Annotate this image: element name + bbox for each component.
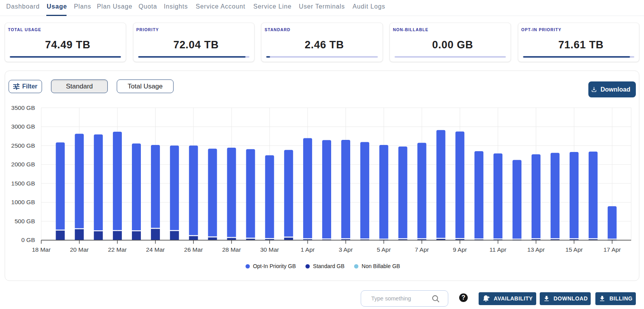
svg-text:3 Apr: 3 Apr: [339, 246, 353, 253]
svg-text:11 Apr: 11 Apr: [490, 246, 507, 253]
svg-text:26 Mar: 26 Mar: [184, 246, 203, 253]
svg-text:30 Mar: 30 Mar: [260, 246, 279, 253]
svg-text:15 Apr: 15 Apr: [565, 246, 583, 253]
svg-text:9 Apr: 9 Apr: [453, 246, 467, 253]
svg-text:3500 GB: 3500 GB: [11, 104, 35, 111]
svg-text:5 Apr: 5 Apr: [377, 246, 391, 253]
svg-text:20 Mar: 20 Mar: [70, 246, 89, 253]
svg-text:1000 GB: 1000 GB: [11, 199, 35, 205]
svg-text:1 Apr: 1 Apr: [300, 246, 314, 253]
svg-text:0 GB: 0 GB: [21, 237, 35, 243]
svg-text:2500 GB: 2500 GB: [11, 142, 35, 149]
svg-text:22 Mar: 22 Mar: [108, 246, 126, 253]
svg-text:18 Mar: 18 Mar: [32, 246, 51, 253]
svg-text:2000 GB: 2000 GB: [11, 161, 35, 168]
svg-text:28 Mar: 28 Mar: [222, 246, 241, 253]
svg-text:500 GB: 500 GB: [14, 218, 35, 224]
svg-text:24 Mar: 24 Mar: [146, 246, 165, 253]
svg-text:3000 GB: 3000 GB: [11, 123, 35, 130]
svg-text:13 Apr: 13 Apr: [527, 246, 545, 253]
svg-text:17 Apr: 17 Apr: [604, 246, 621, 253]
svg-text:7 Apr: 7 Apr: [415, 246, 429, 253]
svg-text:1500 GB: 1500 GB: [11, 180, 35, 187]
